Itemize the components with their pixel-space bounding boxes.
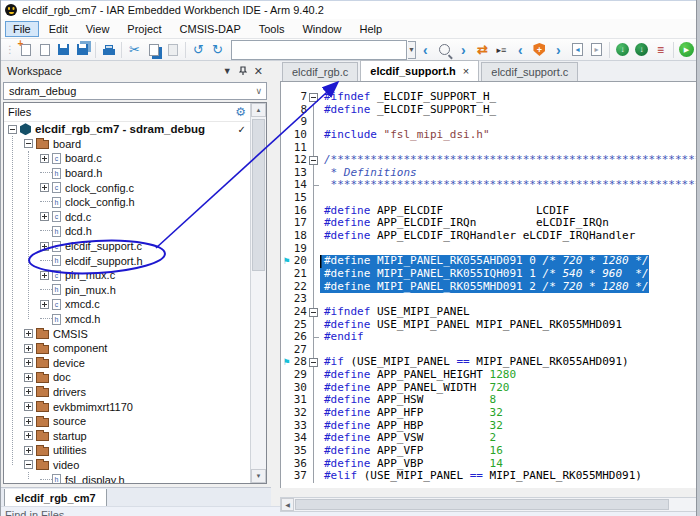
tree-item-doc[interactable]: doc: [4, 370, 250, 385]
editor-tab-elcdif_support-h[interactable]: elcdif_support.h×: [360, 60, 479, 81]
tree-item-xmcd-h[interactable]: hxmcd.h: [4, 312, 250, 327]
tree-item-source[interactable]: source: [4, 414, 250, 429]
panel-menu-icon[interactable]: ▼: [223, 66, 232, 76]
tree-item-board-c[interactable]: cboard.c: [4, 151, 250, 166]
tree-item-elcdif_support-c[interactable]: celcdif_support.c: [4, 239, 250, 254]
download-and-debug-button[interactable]: ▶: [677, 41, 696, 59]
save-button[interactable]: [54, 41, 73, 59]
fold-collapse-icon[interactable]: [309, 308, 318, 317]
code-text[interactable]: #define APP_ELCDIF_IRQHandler eLCDIF_IRQ…: [320, 230, 635, 243]
navigate-forward-button[interactable]: ▸: [587, 41, 606, 59]
download-button[interactable]: ↓: [613, 41, 632, 59]
menu-cmsis-dap[interactable]: CMSIS-DAP: [172, 21, 249, 37]
tree-item-fsl_display-h[interactable]: hfsl_display.h: [4, 472, 250, 483]
expand-plus-icon[interactable]: [24, 446, 33, 455]
expand-plus-icon[interactable]: [24, 358, 33, 367]
close-icon[interactable]: ✕: [254, 65, 263, 78]
code-line-37[interactable]: 37#elif (USE_MIPI_PANEL == MIPI_PANEL_RK…: [281, 470, 698, 483]
search-dropdown-icon[interactable]: ▼: [408, 41, 416, 59]
open-file-button[interactable]: [35, 41, 54, 59]
scroll-up-icon[interactable]: ▲: [251, 103, 266, 117]
tree-item-cmsis[interactable]: CMSIS: [4, 326, 250, 341]
menu-window[interactable]: Window: [294, 21, 349, 37]
toggle-source-header-button[interactable]: ⇄: [473, 41, 492, 59]
code-text[interactable]: #include "fsl_mipi_dsi.h": [320, 129, 490, 142]
expand-plus-icon[interactable]: [24, 387, 33, 396]
collapse-minus-icon[interactable]: [8, 125, 17, 134]
expand-plus-icon[interactable]: [24, 373, 33, 382]
menu-view[interactable]: View: [78, 21, 118, 37]
configuration-dropdown[interactable]: sdram_debug ∨: [3, 82, 267, 100]
tab-close-icon[interactable]: ×: [463, 65, 469, 77]
next-bookmark-button[interactable]: ›: [549, 41, 568, 59]
toolbar-grip-icon[interactable]: ⋮: [5, 44, 14, 55]
debug-log-button[interactable]: ≡: [651, 41, 670, 59]
code-editor[interactable]: 7#ifndef _ELCDIF_SUPPORT_H_8#define _ELC…: [280, 82, 698, 488]
bookmark-flag-icon[interactable]: ⚑: [281, 356, 292, 369]
expand-plus-icon[interactable]: [40, 242, 49, 251]
tree-item-drivers[interactable]: drivers: [4, 385, 250, 400]
editor-tab-elcdif_rgb-c[interactable]: elcdif_rgb.c: [282, 62, 358, 81]
expand-plus-icon[interactable]: [24, 344, 33, 353]
menu-edit[interactable]: Edit: [41, 21, 76, 37]
code-text[interactable]: #define USE_MIPI_PANEL MIPI_PANEL_RK055M…: [320, 319, 622, 332]
tree-item-component[interactable]: component: [4, 341, 250, 356]
tree-item-device[interactable]: device: [4, 356, 250, 371]
expand-plus-icon[interactable]: [24, 329, 33, 338]
redo-button[interactable]: ↻: [208, 41, 227, 59]
code-line-22[interactable]: 22#define MIPI_PANEL_RK055MHD091 2 /* 72…: [281, 281, 698, 294]
expand-plus-icon[interactable]: [24, 417, 33, 426]
tree-item-dcd-c[interactable]: cdcd.c: [4, 210, 250, 225]
find-previous-button[interactable]: ‹: [416, 41, 435, 59]
collapse-minus-icon[interactable]: [24, 139, 33, 148]
code-text[interactable]: #elif (USE_MIPI_PANEL == MIPI_PANEL_RK05…: [320, 470, 642, 483]
tree-item-utilities[interactable]: utilities: [4, 443, 250, 458]
editor-tab-elcdif_support-c[interactable]: elcdif_support.c: [481, 62, 578, 81]
code-text[interactable]: ****************************************…: [320, 179, 698, 192]
bookmark-flag-icon[interactable]: ⚑: [281, 255, 292, 268]
scroll-left-icon[interactable]: ◀: [281, 498, 294, 511]
gear-icon[interactable]: ⚙: [235, 106, 246, 118]
fold-collapse-icon[interactable]: [309, 358, 318, 367]
expand-plus-icon[interactable]: [40, 154, 49, 163]
tree-item-elcdif_rgb_cm7-sdram_debug[interactable]: elcdif_rgb_cm7 - sdram_debug✓: [4, 122, 250, 137]
editor-horizontal-scrollbar[interactable]: ◀: [280, 497, 698, 512]
workspace-tab-elcdif-rgb-cm7[interactable]: elcdif_rgb_cm7: [4, 489, 107, 507]
code-line-8[interactable]: 8#define _ELCDIF_SUPPORT_H_: [281, 104, 698, 117]
selected-code-text[interactable]: #define MIPI_PANEL_RK055MHD091 2 /* 720 …: [320, 281, 649, 294]
menu-help[interactable]: Help: [352, 21, 391, 37]
expand-plus-icon[interactable]: [40, 183, 49, 192]
find-next-button[interactable]: ›: [454, 41, 473, 59]
expand-plus-icon[interactable]: [24, 431, 33, 440]
tree-item-evkbmimxrt1170[interactable]: evkbmimxrt1170: [4, 399, 250, 414]
collapse-minus-icon[interactable]: [24, 460, 33, 469]
save-all-button[interactable]: [73, 41, 92, 59]
tree-item-dcd-h[interactable]: hdcd.h: [4, 224, 250, 239]
scrollbar-thumb[interactable]: [252, 119, 265, 271]
tree-item-clock_config-h[interactable]: hclock_config.h: [4, 195, 250, 210]
tree-item-pin_mux-h[interactable]: hpin_mux.h: [4, 283, 250, 298]
menu-file[interactable]: File: [5, 21, 39, 37]
fold-collapse-icon[interactable]: [309, 156, 318, 165]
expand-plus-icon[interactable]: [24, 402, 33, 411]
copy-button[interactable]: [144, 41, 163, 59]
print-button[interactable]: [99, 41, 118, 59]
tree-item-board-h[interactable]: hboard.h: [4, 166, 250, 181]
quick-search-input[interactable]: [231, 40, 407, 60]
code-text[interactable]: #endif: [320, 331, 364, 344]
cut-button[interactable]: ✂: [125, 41, 144, 59]
tree-item-startup[interactable]: startup: [4, 428, 250, 443]
pin-icon[interactable]: [239, 66, 247, 76]
menu-project[interactable]: Project: [119, 21, 169, 37]
navigate-back-button[interactable]: ◂: [568, 41, 587, 59]
expand-plus-icon[interactable]: [40, 300, 49, 309]
menu-tools[interactable]: Tools: [251, 21, 293, 37]
expand-plus-icon[interactable]: [40, 271, 49, 280]
tree-item-elcdif_support-h[interactable]: helcdif_support.h: [4, 253, 250, 268]
scrollbar-thumb[interactable]: [295, 499, 669, 510]
tree-item-pin_mux-c[interactable]: cpin_mux.c: [4, 268, 250, 283]
find-button[interactable]: [435, 41, 454, 59]
code-text[interactable]: #define _ELCDIF_SUPPORT_H_: [320, 104, 496, 117]
undo-button[interactable]: ↺: [189, 41, 208, 59]
scroll-down-icon[interactable]: ▼: [251, 469, 266, 483]
